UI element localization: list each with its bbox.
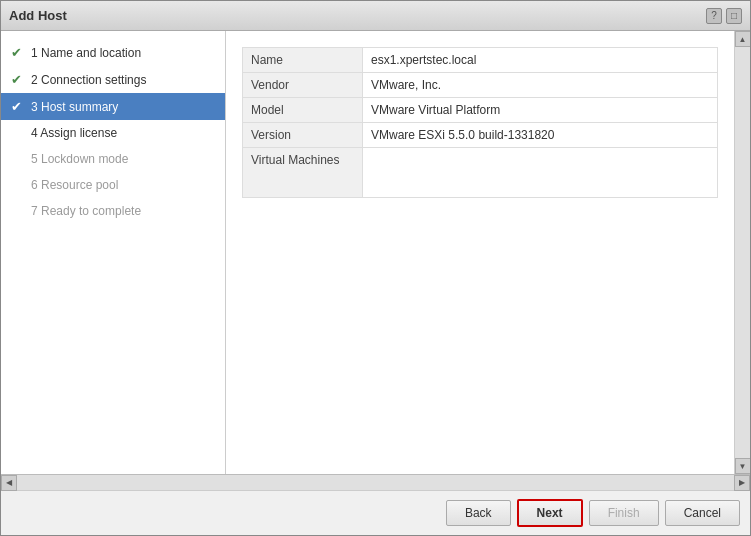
button-row: Back Next Finish Cancel (1, 491, 750, 535)
table-row-model: Model VMware Virtual Platform (243, 98, 718, 123)
step4-label: 4 Assign license (31, 126, 117, 140)
scroll-left-btn[interactable]: ◀ (1, 475, 17, 491)
sidebar-item-host-summary[interactable]: ✔ 3 Host summary (1, 93, 225, 120)
bottom-bar: ◀ ▶ Back Next Finish Cancel (1, 474, 750, 535)
step6-label: 6 Resource pool (31, 178, 118, 192)
cancel-button[interactable]: Cancel (665, 500, 740, 526)
dialog-body: ✔ 1 Name and location ✔ 2 Connection set… (1, 31, 750, 474)
sidebar: ✔ 1 Name and location ✔ 2 Connection set… (1, 31, 226, 474)
step2-label: 2 Connection settings (31, 73, 146, 87)
sidebar-item-connection-settings[interactable]: ✔ 2 Connection settings (1, 66, 225, 93)
scrollbar-vertical[interactable]: ▲ ▼ (734, 31, 750, 474)
scroll-down-btn[interactable]: ▼ (735, 458, 751, 474)
sidebar-item-assign-license[interactable]: 4 Assign license (1, 120, 225, 146)
dialog-title: Add Host (9, 8, 67, 23)
step3-label: 3 Host summary (31, 100, 118, 114)
next-button[interactable]: Next (517, 499, 583, 527)
expand-icon-btn[interactable]: □ (726, 8, 742, 24)
dialog-titlebar: Add Host ? □ (1, 1, 750, 31)
step1-label: 1 Name and location (31, 46, 141, 60)
field-value-name: esx1.xpertstec.local (363, 48, 718, 73)
field-label-vendor: Vendor (243, 73, 363, 98)
add-host-dialog: Add Host ? □ ✔ 1 Name and location ✔ 2 C… (0, 0, 751, 536)
field-label-name: Name (243, 48, 363, 73)
field-value-virtual-machines (363, 148, 718, 198)
title-icons: ? □ (706, 8, 742, 24)
field-value-version: VMware ESXi 5.5.0 build-1331820 (363, 123, 718, 148)
field-value-vendor: VMware, Inc. (363, 73, 718, 98)
step5-label: 5 Lockdown mode (31, 152, 128, 166)
help-icon-btn[interactable]: ? (706, 8, 722, 24)
table-row-version: Version VMware ESXi 5.5.0 build-1331820 (243, 123, 718, 148)
sidebar-item-resource-pool: 6 Resource pool (1, 172, 225, 198)
scroll-h-track (17, 475, 734, 490)
field-label-version: Version (243, 123, 363, 148)
table-row-name: Name esx1.xpertstec.local (243, 48, 718, 73)
step7-label: 7 Ready to complete (31, 204, 141, 218)
finish-button[interactable]: Finish (589, 500, 659, 526)
scroll-up-btn[interactable]: ▲ (735, 31, 751, 47)
back-button[interactable]: Back (446, 500, 511, 526)
info-table: Name esx1.xpertstec.local Vendor VMware,… (242, 47, 718, 198)
content-area: Name esx1.xpertstec.local Vendor VMware,… (226, 31, 734, 474)
step3-check-icon: ✔ (11, 99, 25, 114)
scroll-track (735, 47, 750, 458)
sidebar-item-lockdown-mode: 5 Lockdown mode (1, 146, 225, 172)
scrollbar-horizontal[interactable]: ◀ ▶ (1, 475, 750, 491)
table-row-virtual-machines: Virtual Machines (243, 148, 718, 198)
scroll-right-btn[interactable]: ▶ (734, 475, 750, 491)
step2-check-icon: ✔ (11, 72, 25, 87)
table-row-vendor: Vendor VMware, Inc. (243, 73, 718, 98)
sidebar-item-name-location[interactable]: ✔ 1 Name and location (1, 39, 225, 66)
field-label-model: Model (243, 98, 363, 123)
field-value-model: VMware Virtual Platform (363, 98, 718, 123)
step1-check-icon: ✔ (11, 45, 25, 60)
sidebar-item-ready-to-complete: 7 Ready to complete (1, 198, 225, 224)
field-label-virtual-machines: Virtual Machines (243, 148, 363, 198)
